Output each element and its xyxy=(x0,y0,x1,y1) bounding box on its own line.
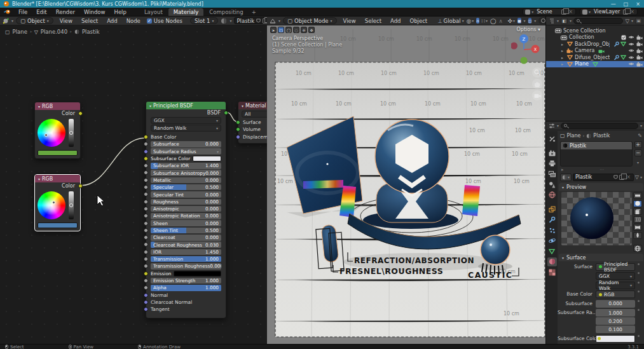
workspace-tab-compositing[interactable]: Compositing xyxy=(204,8,248,16)
rgb-node-header[interactable]: ▾RGB xyxy=(35,102,80,110)
shader-editor-type-icon[interactable] xyxy=(3,18,9,24)
purple-input-socket[interactable] xyxy=(144,149,148,154)
bsdf-row-metallic[interactable]: Metallic0.000 xyxy=(146,177,226,184)
shader-menu-select[interactable]: Select xyxy=(78,17,102,25)
bsdf-slider-metallic[interactable]: Metallic0.000 xyxy=(151,177,221,184)
properties-tab-material[interactable] xyxy=(547,257,557,266)
properties-tab-modifiers[interactable] xyxy=(547,216,557,224)
new-collection-icon[interactable]: ⊞ xyxy=(635,18,642,24)
viewlayer-name[interactable]: ViewLayer xyxy=(592,9,622,15)
bsdf-row-subsurface[interactable]: Subsurface0.000 xyxy=(146,140,226,147)
green-input-socket[interactable] xyxy=(236,127,240,132)
bsdf-row-subsurface-anisotropy[interactable]: Subsurface Anisotropy0.000 xyxy=(146,169,226,176)
bsdf-slider-subsurface-anisotropy[interactable]: Subsurface Anisotropy0.000 xyxy=(151,170,221,176)
filter-funnel-icon[interactable]: ▽ xyxy=(625,18,629,24)
meshdata-icon[interactable] xyxy=(593,62,598,67)
gray-input-socket[interactable] xyxy=(144,192,148,196)
animate-decorator-dot[interactable] xyxy=(637,335,640,337)
bsdf-color-swatch[interactable] xyxy=(174,271,221,277)
show-gizmo-dropdown[interactable]: ✣▾ xyxy=(508,18,515,24)
display-mode-icon[interactable]: ◧ xyxy=(561,18,568,24)
outliner-row-difuse-object[interactable]: ▸Difuse_Object xyxy=(546,54,644,61)
color-wheel[interactable] xyxy=(38,191,65,219)
preview-shape-sphere[interactable] xyxy=(633,200,642,207)
navigation-gizmo[interactable]: Z X xyxy=(511,33,540,65)
bsdf-slider-specular[interactable]: Specular0.500 xyxy=(151,184,221,191)
gray-input-socket[interactable] xyxy=(144,221,148,226)
new-scene-icon[interactable] xyxy=(561,10,566,15)
pin-id-icon[interactable]: ✎ xyxy=(638,133,642,139)
bsdf-row-clearcoat-roughness[interactable]: Clearcoat Roughness0.030 xyxy=(146,241,226,248)
animate-decorator-dot[interactable] xyxy=(637,291,640,292)
dropdown-field-random-walk[interactable]: Random Walk▾ xyxy=(596,282,635,289)
rgb-node-bottom[interactable]: ▾RGB Color xyxy=(34,174,81,231)
bsdf-slider-subsurface[interactable]: Subsurface0.000 xyxy=(151,141,221,147)
menu-file[interactable]: File xyxy=(15,8,31,16)
color-swatch[interactable] xyxy=(38,150,78,156)
yellow-input-socket[interactable] xyxy=(144,135,148,139)
gray-input-socket[interactable] xyxy=(144,207,148,211)
bsdf-slider-clearcoat[interactable]: Clearcoat0.000 xyxy=(151,235,221,241)
fake-user-shield-icon[interactable] xyxy=(613,175,618,180)
properties-tab-data[interactable] xyxy=(547,247,557,256)
animate-decorator-dot[interactable] xyxy=(637,263,640,265)
principled-node-header[interactable]: ▾Principled BSDF xyxy=(146,102,226,109)
purple-input-socket[interactable] xyxy=(144,307,148,311)
properties-options-icon[interactable]: ▾ xyxy=(640,123,642,128)
purple-input-socket[interactable] xyxy=(144,293,148,298)
properties-tab-world[interactable] xyxy=(547,191,557,200)
animate-decorator-dot[interactable] xyxy=(637,272,640,274)
bsdf-slider-specular-tint[interactable]: Specular Tint0.000 xyxy=(151,191,221,198)
menu-help[interactable]: Help xyxy=(110,8,130,16)
material-name-field[interactable]: Plastik × xyxy=(573,174,634,181)
bsdf-slider-alpha[interactable]: Alpha1.000 xyxy=(151,285,221,291)
gray-input-socket[interactable] xyxy=(144,235,148,240)
expand-arrow-icon[interactable]: ▸ xyxy=(560,48,565,53)
viewport-menu-select[interactable]: Select xyxy=(361,17,385,25)
camera-view-icon[interactable] xyxy=(532,90,542,100)
bsdf-row-transmission[interactable]: Transmission1.000 xyxy=(146,256,226,263)
vector-value-field[interactable]: 0.200 xyxy=(596,317,635,325)
material-name-field[interactable]: Plastik × xyxy=(234,17,267,24)
hide-eye-icon[interactable] xyxy=(628,55,634,60)
preview-shape-fluid[interactable] xyxy=(633,232,642,239)
close-button[interactable]: × xyxy=(636,1,640,7)
properties-tab-viewlayer[interactable] xyxy=(547,170,557,179)
outliner-row-camera[interactable]: ▸Camera xyxy=(546,48,644,55)
gray-input-socket[interactable] xyxy=(144,264,148,268)
material-output-header[interactable]: ▾Material Out xyxy=(238,102,267,109)
bsdf-row-anisotropic[interactable]: Anisotropic0.000 xyxy=(146,205,226,212)
overlays-dropdown[interactable]: ▦ xyxy=(517,18,521,24)
color-wheel[interactable] xyxy=(38,119,65,147)
gizmo-neg-y-axis[interactable] xyxy=(521,57,528,64)
bsdf-row-anisotropic-rotation[interactable]: Anisotropic Rotation0.000 xyxy=(146,212,226,219)
outliner-row-backdrop-object[interactable]: ▸BackDrop_Object xyxy=(546,41,644,48)
vector-value-field[interactable]: 1.000 xyxy=(596,309,635,317)
bsdf-row-clearcoat[interactable]: Clearcoat0.000 xyxy=(146,234,226,241)
material-icon[interactable] xyxy=(221,18,227,24)
gray-input-socket[interactable] xyxy=(144,170,148,175)
bsdf-row-ior[interactable]: IOR1.450 xyxy=(146,249,226,256)
scene-selector[interactable]: ▾ Scene × xyxy=(523,8,576,15)
select-lasso-tool-icon[interactable]: ◌ xyxy=(293,27,299,33)
gray-input-socket[interactable] xyxy=(144,257,148,261)
modifier-icon[interactable] xyxy=(613,55,619,60)
use-nodes-checkbox[interactable]: ✓ Use Nodes xyxy=(147,18,182,24)
snap-dropdown[interactable]: ∷▾ xyxy=(482,18,488,24)
menu-render[interactable]: Render xyxy=(52,8,79,16)
hide-eye-icon[interactable] xyxy=(628,42,634,46)
gray-input-socket[interactable] xyxy=(144,178,148,182)
minimize-button[interactable]: — xyxy=(611,1,616,7)
gray-input-socket[interactable] xyxy=(144,278,148,283)
shader-type-dropdown[interactable]: ▢ Object ▾ xyxy=(16,17,53,24)
viewport-canvas[interactable]: 10 cm10 cm10 cm10 cm10 cm10 cm10 cm 10 xyxy=(267,25,545,344)
bsdf-slider-sheen[interactable]: Sheen0.000 xyxy=(151,220,221,226)
color-swatch-field[interactable] xyxy=(596,335,635,343)
select-box-tool-icon[interactable]: ▢ xyxy=(278,27,284,33)
bsdf-slider-subsurface-ior[interactable]: Subsurface IOR1.400 xyxy=(151,163,221,169)
gray-input-socket[interactable] xyxy=(144,242,148,247)
material-output-node[interactable]: ▾Material Out All SurfaceVolumeDisplacem… xyxy=(238,101,267,144)
snap-magnet-icon[interactable]: ∩ xyxy=(476,18,479,24)
preview-shape-cloth[interactable] xyxy=(633,224,642,231)
bsdf-slider-anisotropic[interactable]: Anisotropic0.000 xyxy=(151,206,221,212)
